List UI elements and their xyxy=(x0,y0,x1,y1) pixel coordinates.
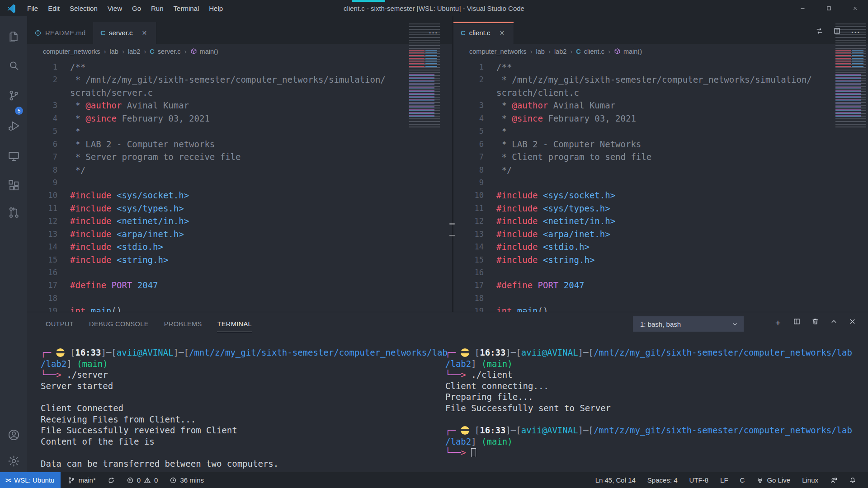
code-editor-client[interactable]: 1/**2 * /mnt/z/my_git/sixth-semester/com… xyxy=(453,59,868,312)
minimize-button[interactable] xyxy=(789,0,816,16)
token: #include xyxy=(70,255,112,265)
status-item-go-live[interactable]: Go Live xyxy=(756,476,790,484)
split-terminal-icon[interactable] xyxy=(793,318,801,327)
close-icon[interactable]: ✕ xyxy=(140,29,149,37)
status-item-encoding[interactable]: UTF-8 xyxy=(689,476,709,484)
breadcrumb-item-computer-networks[interactable]: computer_networks xyxy=(469,48,527,55)
source-control-badge: 5 xyxy=(15,107,23,115)
status-item-git-branch[interactable]: main* xyxy=(68,476,95,484)
breadcrumb-item-lab2[interactable]: lab2 xyxy=(554,48,566,55)
remote-indicator[interactable]: >< WSL: Ubuntu xyxy=(0,472,61,488)
panel-tab-terminal[interactable]: TERMINAL xyxy=(217,317,253,332)
status-item-language-mode[interactable]: C xyxy=(740,476,745,484)
status-item-indentation[interactable]: Spaces: 4 xyxy=(647,476,678,484)
tab-client.c[interactable]: Cclient.c✕ xyxy=(453,22,514,44)
new-terminal-icon[interactable]: ＋ xyxy=(774,319,782,326)
breadcrumb-label: lab2 xyxy=(554,48,566,55)
panel-tab-output[interactable]: OUTPUT xyxy=(45,317,74,332)
code-line: 1/** xyxy=(27,61,452,73)
github-pr-icon[interactable] xyxy=(5,204,22,221)
source-control-icon[interactable] xyxy=(5,87,22,103)
breadcrumb-label: client.c xyxy=(584,48,604,55)
maximize-panel-icon[interactable] xyxy=(830,318,838,327)
maximize-button[interactable] xyxy=(816,0,842,16)
token: <sys/types.h> xyxy=(543,203,610,213)
explorer-icon[interactable] xyxy=(5,28,22,44)
extensions-icon[interactable] xyxy=(5,177,22,193)
close-button[interactable] xyxy=(842,0,868,16)
menu-go[interactable]: Go xyxy=(127,3,146,14)
menu-terminal[interactable]: Terminal xyxy=(169,3,204,14)
token: #include xyxy=(496,242,538,252)
code-line: 5 * xyxy=(27,125,452,137)
editor-group-sash[interactable] xyxy=(452,16,453,312)
close-icon[interactable]: ✕ xyxy=(498,29,507,37)
status-item-timer[interactable]: 36 mins xyxy=(170,476,204,484)
tab-README.md[interactable]: README.md xyxy=(27,22,93,44)
symbol-method-icon xyxy=(190,48,197,55)
token: * xyxy=(496,100,512,110)
breadcrumb-right: computer_networks›lab›lab2›Cclient.c›mai… xyxy=(453,44,868,59)
code-line: 2 * /mnt/z/my_git/sixth-semester/compute… xyxy=(453,73,868,86)
code-text: * /mnt/z/my_git/sixth-semester/computer_… xyxy=(484,73,812,86)
code-line: 6 * LAB 2 - Computer Networks xyxy=(453,138,868,150)
status-item-remote-os[interactable]: Linux xyxy=(802,476,818,484)
menu-file[interactable]: File xyxy=(22,3,43,14)
terminal-select[interactable]: 1: bash, bash xyxy=(633,316,744,332)
code-editor-server[interactable]: 1/**2 * /mnt/z/my_git/sixth-semester/com… xyxy=(27,59,452,312)
menu-selection[interactable]: Selection xyxy=(65,3,103,14)
terminal-server[interactable]: ┌─ [16:33]─[avii@AVINAL]─[/mnt/z/my_git/… xyxy=(41,347,440,469)
minimap-right[interactable] xyxy=(835,23,866,128)
breadcrumb-item-lab[interactable]: lab xyxy=(110,48,118,55)
progress-bar xyxy=(352,0,385,2)
settings-gear-icon[interactable] xyxy=(5,453,22,469)
tab-server.c[interactable]: Cserver.c✕ xyxy=(93,22,156,44)
token: #include xyxy=(496,255,538,265)
remote-explorer-icon[interactable] xyxy=(5,148,22,164)
panel-tab-problems[interactable]: PROBLEMS xyxy=(164,317,203,332)
sash-handle[interactable] xyxy=(449,235,455,236)
chevron-right-icon: › xyxy=(608,47,610,55)
terminal-client[interactable]: ┌─ [16:33]─[avii@AVINAL]─[/mnt/z/my_git/… xyxy=(445,347,861,458)
sash-handle[interactable] xyxy=(449,223,455,225)
code-text: scratch/server.c xyxy=(57,86,153,99)
terminal-line: Server started xyxy=(41,380,440,392)
terminal-cursor xyxy=(471,448,476,457)
breadcrumb-item-main-[interactable]: main() xyxy=(614,48,642,55)
open-changes-icon[interactable] xyxy=(816,27,823,37)
status-item-cursor-position[interactable]: Ln 45, Col 14 xyxy=(595,476,636,484)
code-text: int main() xyxy=(484,305,548,312)
close-panel-icon[interactable] xyxy=(849,318,856,327)
kill-terminal-icon[interactable] xyxy=(811,318,819,327)
breadcrumb-item-client-c[interactable]: Cclient.c xyxy=(576,48,604,55)
token xyxy=(85,306,90,312)
menu-view[interactable]: View xyxy=(103,3,127,14)
breadcrumb-item-lab2[interactable]: lab2 xyxy=(128,48,140,55)
status-item-notifications[interactable] xyxy=(849,477,856,484)
code-line: 1/** xyxy=(453,61,868,73)
line-number xyxy=(453,86,484,99)
sync-icon xyxy=(108,477,115,484)
menu-bar: FileEditSelectionViewGoRunTerminalHelp xyxy=(22,3,228,14)
menu-run[interactable]: Run xyxy=(146,3,169,14)
panel-tab-debug-console[interactable]: DEBUG CONSOLE xyxy=(89,317,149,332)
breadcrumb-item-main-[interactable]: main() xyxy=(190,48,218,55)
menu-help[interactable]: Help xyxy=(204,3,228,14)
status-item-problems[interactable]: 00 xyxy=(127,476,158,484)
terminal-line xyxy=(41,447,440,458)
breadcrumb-item-computer-networks[interactable]: computer_networks xyxy=(43,48,100,55)
run-debug-icon[interactable] xyxy=(5,117,22,134)
status-item-sync[interactable] xyxy=(108,477,115,484)
breadcrumb-item-lab[interactable]: lab xyxy=(536,48,545,55)
c-file-icon: C xyxy=(150,48,154,55)
minimap-left[interactable] xyxy=(409,23,440,128)
menu-edit[interactable]: Edit xyxy=(43,3,65,14)
chevron-right-icon: › xyxy=(184,47,187,55)
breadcrumb-item-server-c[interactable]: Cserver.c xyxy=(150,48,180,55)
search-icon[interactable] xyxy=(5,57,22,74)
token xyxy=(538,255,543,265)
status-item-eol[interactable]: LF xyxy=(720,476,728,484)
chevron-right-icon: › xyxy=(104,47,106,55)
account-icon[interactable] xyxy=(5,427,22,443)
status-item-feedback[interactable] xyxy=(830,477,837,484)
